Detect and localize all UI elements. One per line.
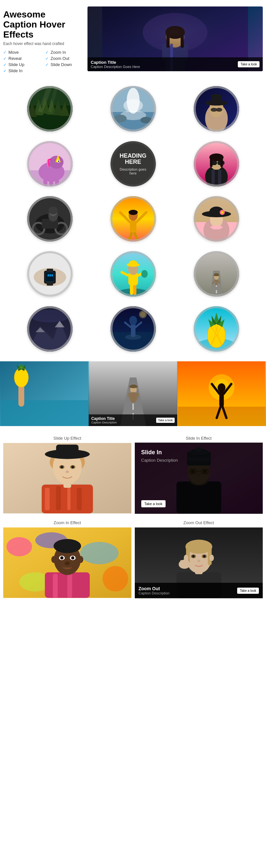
- svg-rect-273: [183, 560, 185, 566]
- check-icon: ✓: [46, 62, 49, 67]
- svg-rect-246: [67, 574, 72, 598]
- svg-rect-114: [47, 269, 53, 272]
- svg-rect-69: [207, 169, 226, 186]
- feature-slide-in: ✓ Slide In: [3, 68, 39, 73]
- svg-rect-71: [218, 169, 221, 186]
- svg-point-76: [33, 223, 45, 235]
- svg-rect-60: [194, 141, 239, 186]
- zoom-out-image: Zoom Out Caption Description Take a look: [135, 527, 263, 598]
- svg-point-61: [205, 165, 228, 186]
- check-icon: ✓: [46, 50, 49, 55]
- svg-point-125: [129, 260, 137, 267]
- zoom-out-take-look-button[interactable]: Take a look: [237, 588, 259, 594]
- slide-up-label: Slide Up Effect: [3, 436, 131, 441]
- svg-point-129: [112, 252, 155, 296]
- svg-point-199: [218, 383, 226, 393]
- svg-point-40: [195, 87, 238, 130]
- hero-title: Awesome Caption Hover Effects: [3, 10, 81, 39]
- slide-in-label: Slide In Effect: [135, 436, 263, 441]
- svg-point-266: [192, 555, 195, 558]
- svg-point-255: [78, 556, 83, 563]
- svg-point-10: [27, 86, 72, 131]
- svg-point-34: [209, 100, 224, 117]
- svg-rect-111: [48, 274, 49, 277]
- svg-point-119: [117, 288, 149, 297]
- slide-up-effect-block: Slide Up Effect: [3, 436, 131, 514]
- svg-point-81: [49, 207, 58, 214]
- slide-up-image: [3, 442, 131, 514]
- svg-rect-163: [194, 306, 239, 351]
- zoom-in-label: Zoom In Effect: [3, 520, 131, 525]
- svg-point-72: [195, 142, 238, 186]
- svg-rect-193: [130, 384, 136, 388]
- svg-point-3: [166, 27, 184, 48]
- svg-point-59: [194, 141, 239, 186]
- circle-mountain: [27, 306, 72, 351]
- svg-point-66: [209, 153, 224, 161]
- circle-item-watch: [10, 251, 90, 297]
- hero-caption-desc: Caption Description Goes Here: [91, 65, 140, 69]
- svg-rect-178: [1, 400, 88, 426]
- svg-point-98: [210, 212, 223, 227]
- svg-point-252: [71, 557, 75, 560]
- svg-rect-218: [77, 488, 82, 510]
- feature-reveal: ✓ Reveal: [3, 56, 39, 61]
- svg-point-101: [220, 210, 225, 215]
- svg-rect-113: [52, 274, 53, 277]
- svg-rect-97: [214, 220, 219, 228]
- zoom-in-effect-block: Zoom In Effect: [3, 520, 131, 598]
- photo-gallery: Caption Title Caption Description Take a…: [0, 361, 266, 426]
- svg-marker-16: [53, 100, 63, 115]
- svg-rect-109: [46, 272, 54, 283]
- svg-rect-84: [111, 196, 156, 242]
- svg-point-267: [203, 555, 205, 558]
- svg-line-169: [212, 324, 218, 345]
- hero-caption-text: Caption Title Caption Description Goes H…: [91, 60, 140, 69]
- hero-take-look-button[interactable]: Take a look: [238, 61, 260, 67]
- circle-item-motorcycle: [10, 196, 90, 242]
- svg-rect-11: [27, 86, 72, 131]
- svg-point-52: [28, 142, 71, 186]
- slide-in-take-look-button[interactable]: Take a look: [141, 500, 166, 507]
- circle-item-pineapple: [176, 306, 256, 351]
- photo-item-sunset-dancer: [177, 361, 266, 426]
- effects-section: Slide Up Effect: [0, 433, 266, 608]
- svg-rect-155: [131, 322, 136, 337]
- svg-rect-134: [216, 284, 217, 287]
- svg-rect-36: [212, 94, 221, 104]
- feature-move: ✓ Move: [3, 50, 39, 55]
- svg-point-82: [28, 197, 71, 241]
- svg-rect-110: [46, 272, 54, 281]
- svg-point-100: [209, 207, 224, 217]
- circle-grid-row3: [0, 193, 266, 245]
- svg-rect-133: [216, 290, 217, 293]
- svg-marker-171: [213, 313, 220, 324]
- svg-rect-6: [181, 32, 184, 48]
- circle-grid-row5: [0, 303, 266, 355]
- feature-zoom-in: ✓ Zoom In: [46, 50, 81, 55]
- svg-point-96: [204, 217, 229, 242]
- svg-point-26: [123, 99, 143, 112]
- svg-point-159: [139, 310, 147, 318]
- svg-marker-145: [27, 319, 72, 351]
- slide-in-effect-block: Slide In Effect: [135, 436, 263, 514]
- svg-rect-107: [44, 271, 56, 284]
- circle-waterfall: [111, 86, 156, 131]
- circle-dancer: [111, 196, 156, 242]
- hero-subtitle: Each hover effect was hand crafted: [3, 41, 81, 46]
- svg-point-137: [214, 275, 219, 280]
- svg-point-104: [27, 251, 72, 297]
- svg-marker-13: [34, 99, 43, 115]
- photo-take-look-button[interactable]: Take a look: [156, 417, 175, 423]
- svg-point-154: [125, 335, 141, 340]
- circle-lake: [111, 306, 156, 351]
- svg-rect-64: [217, 161, 225, 165]
- svg-point-1: [143, 13, 208, 52]
- circle-item-dancer: [93, 196, 173, 242]
- svg-point-162: [194, 306, 239, 351]
- svg-point-47: [57, 160, 60, 162]
- hero-section: Awesome Caption Hover Effects Each hover…: [0, 0, 266, 80]
- zoom-out-caption: Zoom Out Caption Description Take a look: [135, 583, 263, 598]
- svg-point-79: [48, 210, 58, 221]
- circle-overlay-desc: Description goes here: [117, 167, 149, 175]
